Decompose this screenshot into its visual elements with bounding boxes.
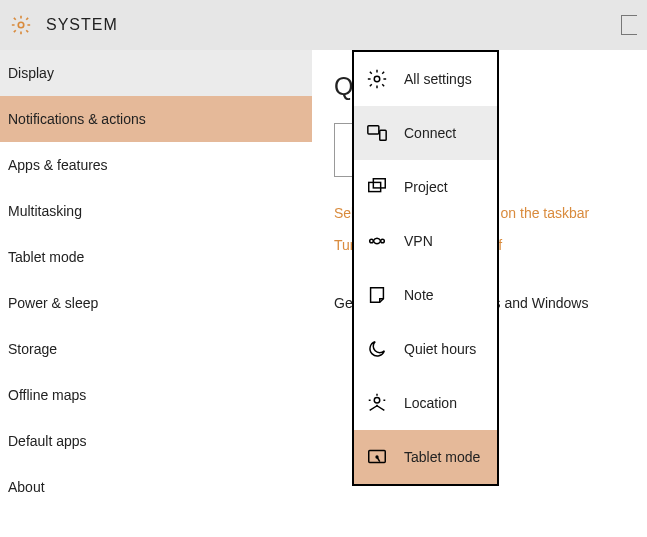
fly-item-location[interactable]: Location xyxy=(354,376,497,430)
sidebar-item-power-sleep[interactable]: Power & sleep xyxy=(0,280,312,326)
connect-icon xyxy=(366,122,388,144)
sidebar-item-label: Notifications & actions xyxy=(8,111,146,127)
sidebar-item-tablet-mode[interactable]: Tablet mode xyxy=(0,234,312,280)
fly-item-project[interactable]: Project xyxy=(354,160,497,214)
header-right xyxy=(621,15,637,35)
sidebar-item-label: Multitasking xyxy=(8,203,82,219)
sidebar-item-apps-features[interactable]: Apps & features xyxy=(0,142,312,188)
fly-item-quiet-hours[interactable]: Quiet hours xyxy=(354,322,497,376)
sidebar-item-multitasking[interactable]: Multitasking xyxy=(0,188,312,234)
fly-item-label: Quiet hours xyxy=(404,341,476,357)
fly-item-label: Location xyxy=(404,395,457,411)
fly-item-note[interactable]: Note xyxy=(354,268,497,322)
svg-rect-5 xyxy=(369,182,381,191)
location-icon xyxy=(366,392,388,414)
sidebar-item-label: Offline maps xyxy=(8,387,86,403)
sidebar-item-label: Default apps xyxy=(8,433,87,449)
fly-item-label: Note xyxy=(404,287,434,303)
sidebar-item-label: Display xyxy=(8,65,54,81)
svg-rect-3 xyxy=(368,126,379,134)
svg-point-11 xyxy=(376,456,378,458)
fly-item-label: Project xyxy=(404,179,448,195)
tablet-icon xyxy=(366,446,388,468)
svg-point-2 xyxy=(374,76,380,82)
fly-item-tablet-mode[interactable]: Tablet mode xyxy=(354,430,497,484)
fly-item-connect[interactable]: Connect xyxy=(354,106,497,160)
window-control-partial[interactable] xyxy=(621,15,637,35)
sidebar-item-display[interactable]: Display xyxy=(0,50,312,96)
sidebar-item-default-apps[interactable]: Default apps xyxy=(0,418,312,464)
sidebar-item-label: Tablet mode xyxy=(8,249,84,265)
fly-item-vpn[interactable]: VPN xyxy=(354,214,497,268)
sidebar: Display Notifications & actions Apps & f… xyxy=(0,50,312,537)
page-title: SYSTEM xyxy=(46,16,118,34)
fly-item-label: VPN xyxy=(404,233,433,249)
quick-actions-flyout: All settings Connect Project VPN xyxy=(352,50,499,486)
sidebar-item-offline-maps[interactable]: Offline maps xyxy=(0,372,312,418)
svg-point-8 xyxy=(381,239,385,243)
svg-point-0 xyxy=(18,22,24,28)
fly-item-label: Connect xyxy=(404,125,456,141)
gear-icon xyxy=(366,68,388,90)
fly-item-label: All settings xyxy=(404,71,472,87)
svg-rect-4 xyxy=(380,130,386,140)
moon-icon xyxy=(366,338,388,360)
sidebar-item-label: Apps & features xyxy=(8,157,108,173)
gear-icon xyxy=(10,14,32,36)
note-icon xyxy=(366,284,388,306)
sidebar-item-label: Power & sleep xyxy=(8,295,98,311)
sidebar-item-label: Storage xyxy=(8,341,57,357)
header-bar: SYSTEM xyxy=(0,0,647,50)
sidebar-item-label: About xyxy=(8,479,45,495)
fly-item-label: Tablet mode xyxy=(404,449,480,465)
svg-rect-6 xyxy=(373,179,385,188)
vpn-icon xyxy=(366,230,388,252)
sidebar-item-notifications[interactable]: Notifications & actions xyxy=(0,96,312,142)
svg-point-9 xyxy=(374,398,380,404)
sidebar-item-about[interactable]: About xyxy=(0,464,312,510)
sidebar-item-storage[interactable]: Storage xyxy=(0,326,312,372)
project-icon xyxy=(366,176,388,198)
svg-point-7 xyxy=(370,239,374,243)
fly-item-all-settings[interactable]: All settings xyxy=(354,52,497,106)
